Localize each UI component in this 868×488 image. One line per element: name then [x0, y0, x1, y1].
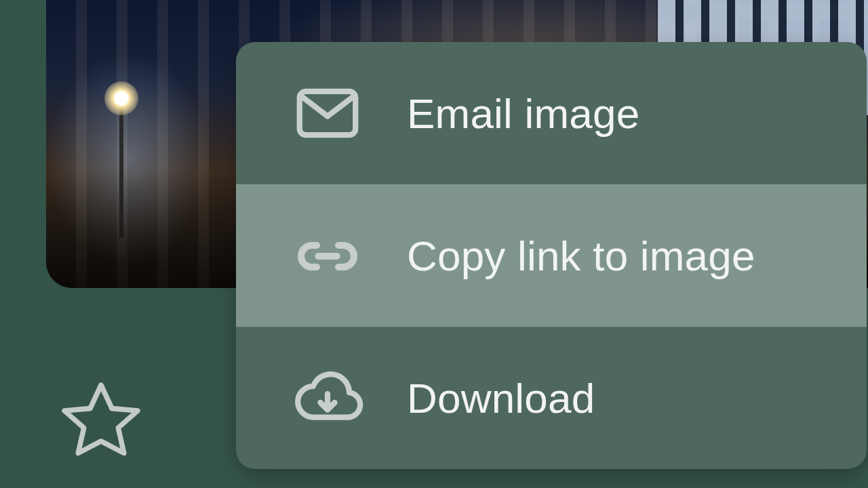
cloud-download-icon: [290, 361, 365, 436]
context-menu: Email image Copy link to image Download: [236, 42, 867, 469]
photo-detail: [119, 102, 123, 237]
menu-item-email-image[interactable]: Email image: [236, 42, 867, 184]
favorite-star-button[interactable]: [52, 371, 150, 470]
menu-item-label: Download: [407, 374, 595, 422]
star-outline-icon: [57, 375, 145, 466]
menu-item-download[interactable]: Download: [236, 327, 867, 469]
menu-item-label: Email image: [407, 89, 639, 138]
mail-icon: [290, 76, 365, 150]
menu-item-copy-link[interactable]: Copy link to image: [236, 184, 867, 327]
link-icon: [290, 219, 365, 293]
menu-item-label: Copy link to image: [407, 232, 755, 280]
